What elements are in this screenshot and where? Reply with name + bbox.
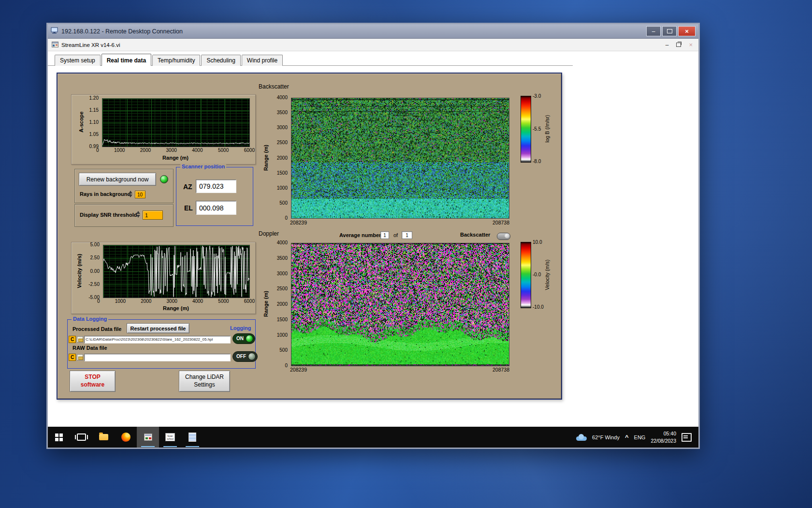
tick-label: 6000 xyxy=(244,148,255,153)
scan-scheduler-icon: Scan sched xyxy=(165,433,175,441)
change-lidar-settings-button[interactable]: Change LiDAR Settings xyxy=(179,371,230,392)
background-controls-box: Renew background now Rays in background … xyxy=(74,169,174,203)
tab-real-time-data[interactable]: Real time data xyxy=(102,54,151,66)
doc-app-button[interactable] xyxy=(181,427,203,448)
app-vi-icon xyxy=(52,41,58,49)
rdp-titlebar[interactable]: 192.168.0.122 - Remote Desktop Connectio… xyxy=(48,24,698,39)
tab-temp-humidity[interactable]: Temp/humidity xyxy=(152,55,200,66)
tab-scheduling[interactable]: Scheduling xyxy=(201,55,240,66)
tick-label: 500 xyxy=(279,347,288,353)
background-status-led xyxy=(160,175,168,183)
raw-logging-toggle[interactable]: OFF xyxy=(232,351,258,362)
velocity-chart: Velocity (m/s) 5.002.500.00-2.50-5.00 01… xyxy=(71,242,256,314)
tab-system-setup[interactable]: System setup xyxy=(55,55,101,66)
rdp-close-button[interactable]: × xyxy=(678,26,696,36)
on-led-icon xyxy=(246,335,253,343)
stop-button-line1: STOP xyxy=(85,374,100,381)
backscatter-ylabel: Range (m) xyxy=(263,145,269,171)
tab-wind-profile[interactable]: Wind profile xyxy=(242,55,283,66)
rdp-title: 192.168.0.122 - Remote Desktop Connectio… xyxy=(61,28,646,35)
snr-spinner[interactable] xyxy=(136,211,141,218)
rays-spinner[interactable] xyxy=(129,191,133,197)
rays-value-field[interactable]: 10 xyxy=(135,191,145,198)
tick-label: 3000 xyxy=(167,299,177,304)
tick-label: -8.0 xyxy=(533,159,541,164)
spinner-up-icon xyxy=(136,211,140,214)
tick-label: 3000 xyxy=(277,271,288,276)
firefox-button[interactable] xyxy=(115,427,137,448)
rdp-window: 192.168.0.122 - Remote Desktop Connectio… xyxy=(46,23,700,449)
app-minimize-button[interactable]: – xyxy=(666,42,669,48)
doppler-colorbar xyxy=(521,242,531,308)
snr-threshold-label: Display SNR threshold xyxy=(80,212,137,218)
realtime-panel: A-scope 1.201.151.101.050.99 01000200030… xyxy=(57,73,562,400)
tab-bar: System setupReal time dataTemp/humidityS… xyxy=(48,51,573,66)
windows-logo-icon xyxy=(55,433,63,441)
raw-data-file-label: RAW Data file xyxy=(72,345,107,351)
app-titlebar[interactable]: StreamLine XR v14-6.vi – × xyxy=(48,39,698,51)
data-logging-group: Data Logging Processed Data file Restart… xyxy=(67,319,256,369)
raw-browse-icon[interactable] xyxy=(77,354,83,360)
task-view-button[interactable] xyxy=(70,427,92,448)
renew-background-button[interactable]: Renew background now xyxy=(79,173,156,186)
doppler-x-end: 208738 xyxy=(493,367,509,373)
file-explorer-button[interactable] xyxy=(92,427,115,448)
tick-label: -10.0 xyxy=(533,304,544,310)
language-indicator[interactable]: ENG xyxy=(634,434,646,440)
action-center-icon[interactable] xyxy=(682,433,692,442)
raw-drive-button[interactable]: C xyxy=(69,354,76,361)
doppler-xlabels: 208239 208738 xyxy=(290,367,509,373)
folder-icon xyxy=(99,434,108,440)
processed-browse-icon[interactable] xyxy=(77,336,83,343)
rdp-minimize-button[interactable]: – xyxy=(646,26,661,36)
streamline-app-button[interactable] xyxy=(137,427,159,448)
chevron-up-icon[interactable]: ^ xyxy=(625,433,629,441)
ascope-ylabel: A-scope xyxy=(78,111,84,132)
tick-label: 1000 xyxy=(114,148,125,153)
backscatter-x-start: 208239 xyxy=(290,220,307,225)
velocity-plot xyxy=(103,245,250,298)
tick-label: 1500 xyxy=(277,170,288,176)
el-value-field[interactable]: 000.098 xyxy=(196,201,236,215)
backscatter-display-toggle[interactable] xyxy=(497,233,510,240)
tick-label: 3000 xyxy=(277,125,288,130)
stop-button-line2: software xyxy=(81,381,104,389)
az-label: AZ xyxy=(183,183,192,191)
tick-label: 1.05 xyxy=(89,132,99,137)
doppler-ytick-labels: 40003500300025002000150010005000 xyxy=(269,240,288,368)
weather-icon[interactable] xyxy=(576,434,587,441)
backscatter-colorbar-ticks: -3.0-5.5-8.0 xyxy=(533,93,541,164)
average-number-field[interactable]: 1 xyxy=(380,231,389,239)
raw-path-field[interactable] xyxy=(84,354,231,361)
tick-label: 0 xyxy=(96,148,99,153)
tick-label: 1500 xyxy=(277,317,288,322)
tick-label: 1.20 xyxy=(89,95,99,101)
doppler-x-start: 208239 xyxy=(290,367,307,373)
logging-label: Logging xyxy=(230,325,251,331)
average-total-field[interactable]: 1 xyxy=(402,231,412,239)
tick-label: 4000 xyxy=(277,95,288,100)
az-value-field[interactable]: 079.023 xyxy=(196,179,236,193)
system-tray: 62°F Windy ^ ENG 05:40 22/08/2023 xyxy=(576,427,698,448)
scan-scheduler-button[interactable]: Scan sched xyxy=(159,427,181,448)
snr-value-field[interactable]: 1 xyxy=(143,210,163,220)
desktop-background: 192.168.0.122 - Remote Desktop Connectio… xyxy=(0,0,812,508)
velocity-ytick-labels: 5.002.500.00-2.50-5.00 xyxy=(83,242,100,300)
off-led-icon xyxy=(248,353,256,360)
processed-data-file-label: Processed Data file xyxy=(72,326,122,332)
rdp-maximize-button[interactable] xyxy=(662,26,677,36)
clock[interactable]: 05:40 22/08/2023 xyxy=(651,430,676,444)
ascope-xlabel: Range (m) xyxy=(102,155,249,161)
processed-path-field[interactable]: C:\LiDAR\Data\Proc\2023\202308\20230822\… xyxy=(84,336,231,344)
start-button[interactable] xyxy=(48,427,70,448)
app-restore-button[interactable] xyxy=(676,42,681,48)
processed-logging-toggle[interactable]: ON xyxy=(232,333,255,344)
spinner-down-icon xyxy=(136,215,140,218)
restart-processed-file-button[interactable]: Restart processed file xyxy=(127,323,189,333)
backscatter-section-title: Backscatter xyxy=(259,83,289,90)
stop-software-button[interactable]: STOP software xyxy=(70,371,116,392)
weather-text[interactable]: 62°F Windy xyxy=(592,434,620,440)
tick-label: -2.50 xyxy=(88,282,100,287)
app-close-button[interactable]: × xyxy=(689,42,693,48)
processed-drive-button[interactable]: C xyxy=(69,336,76,343)
